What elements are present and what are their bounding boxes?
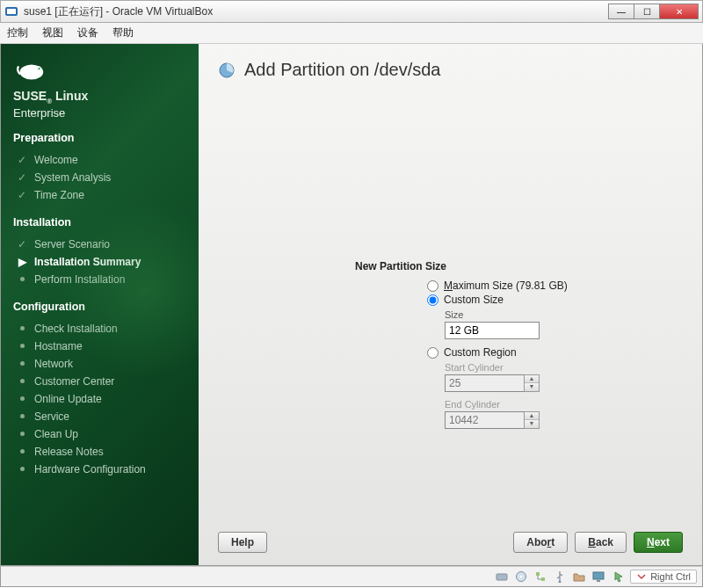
step-network: Network [13, 355, 186, 373]
radio-custom-region-label: Custom Region [444, 346, 517, 359]
spin-down-icon: ▼ [525, 420, 539, 428]
step-perform-installation: Perform Installation [13, 271, 186, 288]
step-service: Service [13, 408, 186, 425]
vm-statusbar: Right Ctrl [0, 566, 703, 587]
arrow-right-icon: ▶ [17, 256, 27, 268]
window-buttons: — ☐ ✕ [609, 4, 699, 19]
size-label: Size [445, 309, 568, 320]
radio-custom-region-input[interactable] [427, 347, 438, 359]
bullet-icon [17, 326, 27, 330]
radio-max-size-label: Maximum Size (79.81 GB) [444, 279, 568, 292]
bullet-icon [17, 379, 27, 383]
brand-suse: SUSE [13, 89, 47, 103]
menu-help[interactable]: 帮助 [112, 25, 134, 40]
button-bar: Help Abort Back Next [218, 532, 683, 553]
menu-view[interactable]: 视图 [42, 25, 63, 40]
check-icon: ✓ [17, 171, 27, 184]
key-down-icon [636, 571, 647, 582]
step-clean-up: Clean Up [13, 425, 186, 443]
end-cylinder-label: End Cylinder [445, 399, 568, 410]
radio-max-size[interactable]: Maximum Size (79.81 GB) [427, 279, 568, 292]
next-button[interactable]: Next [634, 532, 683, 553]
stage-preparation: Preparation [13, 132, 186, 144]
spinner-buttons: ▲▼ [524, 374, 540, 392]
step-installation-summary: ▶Installation Summary [13, 253, 186, 271]
bullet-icon [17, 414, 27, 418]
bullet-icon [17, 449, 27, 454]
mouse-capture-icon[interactable] [611, 570, 625, 584]
radio-custom-size-input[interactable] [427, 294, 438, 306]
step-server-scenario: ✓Server Scenario [13, 236, 186, 253]
group-label: New Partition Size [355, 260, 568, 272]
start-cylinder-label: Start Cylinder [445, 362, 568, 373]
maximize-button[interactable]: ☐ [634, 4, 660, 19]
hdd-icon[interactable] [495, 570, 509, 584]
vm-menubar: 控制 视图 设备 帮助 [0, 23, 703, 44]
step-hostname: Hostname [13, 338, 186, 355]
spin-up-icon: ▲ [525, 375, 539, 383]
svg-point-11 [559, 581, 562, 584]
svg-point-3 [35, 66, 42, 73]
check-icon: ✓ [17, 154, 27, 166]
bullet-icon [17, 361, 27, 366]
svg-rect-6 [496, 574, 507, 580]
page-title-text: Add Partition on /dev/sda [244, 60, 440, 80]
check-icon: ✓ [17, 238, 27, 250]
check-icon: ✓ [17, 189, 27, 201]
step-system-analysis: ✓System Analysis [13, 169, 186, 186]
suse-logo [13, 58, 186, 84]
abort-button[interactable]: Abort [513, 532, 568, 553]
brand-text: SUSE® Linux Enterprise [13, 90, 186, 120]
stage-installation: Installation [13, 216, 186, 229]
svg-rect-10 [541, 577, 545, 581]
end-cylinder-input [445, 411, 524, 429]
spinner-buttons: ▲▼ [524, 411, 540, 429]
step-customer-center: Customer Center [13, 373, 186, 390]
step-check-installation: Check Installation [13, 320, 186, 338]
back-button[interactable]: Back [575, 532, 627, 553]
radio-custom-size[interactable]: Custom Size [427, 294, 568, 306]
step-online-update: Online Update [13, 390, 186, 408]
menu-control[interactable]: 控制 [7, 25, 28, 40]
partition-icon [218, 62, 236, 79]
window-title: suse1 [正在运行] - Oracle VM VirtualBox [24, 4, 609, 19]
menu-devices[interactable]: 设备 [77, 25, 98, 40]
window-titlebar: suse1 [正在运行] - Oracle VM VirtualBox — ☐ … [0, 0, 703, 23]
svg-rect-13 [597, 580, 600, 582]
svg-rect-9 [536, 572, 540, 576]
spin-up-icon: ▲ [525, 412, 539, 420]
chameleon-icon [13, 58, 47, 84]
host-key-indicator[interactable]: Right Ctrl [630, 570, 697, 584]
svg-rect-12 [593, 572, 604, 579]
size-input[interactable] [445, 322, 540, 339]
bullet-icon [17, 467, 27, 471]
virtualbox-icon [4, 4, 18, 18]
close-button[interactable]: ✕ [659, 4, 699, 19]
brand-enterprise: Enterprise [13, 106, 65, 120]
svg-point-8 [520, 576, 523, 578]
display-icon[interactable] [591, 570, 605, 584]
vm-content: SUSE® Linux Enterprise Preparation ✓Welc… [0, 44, 703, 566]
minimize-button[interactable]: — [608, 4, 634, 19]
step-hardware-config: Hardware Configuration [13, 461, 186, 478]
bullet-icon [17, 432, 27, 436]
step-time-zone: ✓Time Zone [13, 186, 186, 204]
step-release-notes: Release Notes [13, 443, 186, 461]
start-cylinder-input [445, 374, 524, 392]
installer-sidebar: SUSE® Linux Enterprise Preparation ✓Welc… [1, 44, 199, 565]
radio-custom-size-label: Custom Size [444, 294, 504, 306]
network-icon[interactable] [533, 570, 547, 584]
help-button[interactable]: Help [218, 532, 267, 553]
bullet-icon [17, 277, 27, 281]
bullet-icon [17, 344, 27, 348]
host-key-label: Right Ctrl [650, 571, 691, 582]
disc-icon[interactable] [514, 570, 528, 584]
installer-main: Add Partition on /dev/sda New Partition … [199, 44, 702, 565]
radio-max-size-input[interactable] [427, 280, 438, 292]
shared-folder-icon[interactable] [572, 570, 586, 584]
bullet-icon [17, 396, 27, 401]
usb-icon[interactable] [553, 570, 567, 584]
radio-custom-region[interactable]: Custom Region [427, 346, 568, 359]
brand-linux: Linux [55, 89, 88, 103]
step-welcome: ✓Welcome [13, 151, 186, 169]
